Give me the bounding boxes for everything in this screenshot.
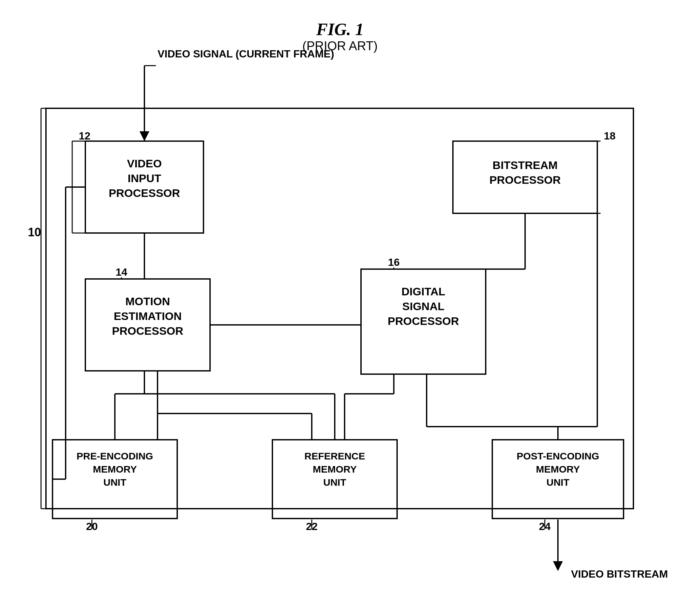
svg-text:PRE-ENCODING: PRE-ENCODING xyxy=(77,451,153,461)
svg-text:BITSTREAM: BITSTREAM xyxy=(492,159,558,171)
svg-text:MEMORY: MEMORY xyxy=(93,464,137,475)
svg-text:REFERENCE: REFERENCE xyxy=(304,451,365,461)
svg-text:SIGNAL: SIGNAL xyxy=(402,300,444,312)
svg-text:PROCESSOR: PROCESSOR xyxy=(112,325,183,337)
svg-text:14: 14 xyxy=(115,266,128,278)
svg-text:PROCESSOR: PROCESSOR xyxy=(489,174,561,186)
label-10: 10 xyxy=(28,225,41,239)
svg-text:VIDEO SIGNAL (CURRENT FRAME): VIDEO SIGNAL (CURRENT FRAME) xyxy=(158,48,334,60)
svg-text:12: 12 xyxy=(79,130,91,142)
svg-text:MEMORY: MEMORY xyxy=(313,464,357,475)
svg-text:MEMORY: MEMORY xyxy=(536,464,580,475)
diagram-svg: 10 12 VIDEO INPUT PROCESSOR 18 BITSTREAM… xyxy=(0,0,680,616)
svg-text:VIDEO: VIDEO xyxy=(127,157,162,170)
svg-text:DIGITAL: DIGITAL xyxy=(401,285,445,298)
svg-text:UNIT: UNIT xyxy=(546,477,569,488)
svg-text:16: 16 xyxy=(388,256,400,268)
svg-marker-54 xyxy=(553,561,563,571)
svg-text:VIDEO BITSTREAM: VIDEO BITSTREAM xyxy=(571,568,668,580)
svg-marker-20 xyxy=(140,131,149,141)
svg-text:POST-ENCODING: POST-ENCODING xyxy=(516,451,599,461)
svg-text:MOTION: MOTION xyxy=(125,295,170,308)
svg-text:INPUT: INPUT xyxy=(128,172,161,185)
svg-text:ESTIMATION: ESTIMATION xyxy=(114,310,181,322)
svg-text:UNIT: UNIT xyxy=(323,477,346,488)
svg-text:PROCESSOR: PROCESSOR xyxy=(109,187,180,199)
svg-text:UNIT: UNIT xyxy=(103,477,126,488)
page: FIG. 1 (PRIOR ART) 10 12 VIDEO INPUT PRO… xyxy=(0,0,680,616)
svg-text:PROCESSOR: PROCESSOR xyxy=(388,315,459,327)
svg-text:18: 18 xyxy=(604,130,616,142)
